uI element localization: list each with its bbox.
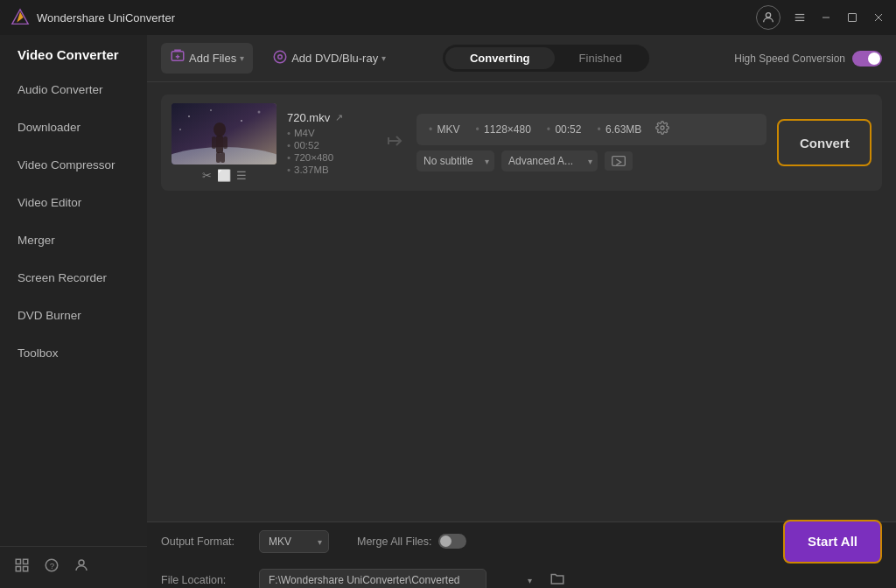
add-files-icon — [170, 48, 186, 68]
merge-toggle-group: Merge All Files: — [357, 534, 466, 549]
convert-arrow-icon — [385, 130, 406, 156]
output-info: • MKV • 1128×480 • 00:52 • 6.63MB — [416, 114, 766, 172]
add-dvd-label: Add DVD/Blu-ray — [291, 52, 378, 65]
svg-rect-28 — [216, 152, 220, 163]
add-files-label: Add Files — [189, 52, 236, 65]
sidebar: Video Converter Audio Converter Download… — [0, 35, 147, 588]
svg-point-30 — [188, 116, 190, 117]
svg-point-37 — [661, 126, 664, 130]
output-format: • MKV — [427, 123, 460, 136]
svg-text:?: ? — [50, 561, 55, 570]
svg-rect-7 — [849, 14, 857, 22]
main-layout: Video Converter Audio Converter Download… — [0, 35, 896, 588]
list-icon-btn[interactable]: ☰ — [236, 169, 247, 182]
format-dropdown[interactable]: MKV MP4 AVI MOV WMV — [259, 530, 329, 553]
svg-point-31 — [210, 109, 212, 111]
folder-browse-btn[interactable] — [550, 571, 565, 589]
crop-icon-btn[interactable]: ⬜ — [217, 169, 231, 182]
svg-rect-12 — [16, 567, 20, 571]
sidebar-item-video-editor[interactable]: Video Editor — [0, 184, 147, 221]
svg-point-16 — [79, 560, 84, 565]
output-resolution: • 1128×480 — [474, 123, 531, 136]
help-icon[interactable]: ? — [44, 557, 60, 578]
add-dvd-chevron-icon: ▾ — [382, 53, 386, 63]
output-bottom-row: No subtitle Advanced A... — [416, 150, 766, 172]
subtitle-dropdown-wrapper: No subtitle — [416, 150, 494, 172]
add-files-button[interactable]: Add Files ▾ — [161, 43, 253, 74]
sidebar-item-merger[interactable]: Merger — [0, 221, 147, 259]
speed-control: High Speed Conversion — [734, 51, 882, 66]
svg-point-24 — [214, 122, 226, 136]
svg-rect-10 — [16, 559, 20, 564]
merge-label: Merge All Files: — [357, 536, 431, 548]
file-list-area: ✂ ⬜ ☰ 720.mkv ↗ • M4V — [147, 82, 896, 522]
preview-btn[interactable] — [605, 151, 633, 171]
file-name-row: 720.mkv ↗ — [287, 111, 374, 124]
source-resolution: • 720×480 — [287, 152, 374, 163]
svg-rect-29 — [220, 152, 225, 163]
external-link-icon[interactable]: ↗ — [335, 112, 343, 123]
merge-toggle[interactable] — [438, 534, 466, 549]
output-format-label: Output Format: — [161, 536, 248, 548]
file-thumbnail: ✂ ⬜ ☰ — [172, 103, 276, 182]
cut-icon-btn[interactable]: ✂ — [202, 169, 212, 182]
sidebar-item-screen-recorder[interactable]: Screen Recorder — [0, 259, 147, 297]
location-dropdown[interactable]: F:\Wondershare UniConverter\Converted — [259, 569, 486, 589]
tab-switcher: Converting Finished — [443, 45, 649, 72]
output-top-row: • MKV • 1128×480 • 00:52 • 6.63MB — [416, 114, 766, 145]
convert-button[interactable]: Convert — [777, 119, 872, 166]
svg-rect-13 — [24, 567, 28, 571]
output-duration: • 00:52 — [545, 123, 582, 136]
output-settings-gear-btn[interactable] — [655, 121, 669, 138]
title-bar: Wondershare UniConverter — [0, 0, 896, 35]
title-bar-controls — [756, 5, 886, 30]
svg-rect-11 — [24, 559, 28, 564]
bottom-bar: Output Format: MKV MP4 AVI MOV WMV Merge… — [147, 522, 896, 588]
user-icon-btn[interactable] — [756, 5, 780, 30]
sidebar-item-audio-converter[interactable]: Audio Converter — [0, 71, 147, 108]
svg-point-20 — [274, 51, 286, 63]
location-dropdown-wrapper: F:\Wondershare UniConverter\Converted — [259, 569, 539, 589]
table-row: ✂ ⬜ ☰ 720.mkv ↗ • M4V — [161, 94, 882, 191]
library-icon[interactable] — [14, 557, 30, 578]
sidebar-item-downloader[interactable]: Downloader — [0, 108, 147, 146]
sidebar-item-toolbox[interactable]: Toolbox — [0, 334, 147, 372]
add-dvd-icon — [272, 49, 288, 67]
file-name: 720.mkv — [287, 111, 330, 124]
file-location-label: File Location: — [161, 574, 248, 586]
svg-rect-27 — [223, 136, 228, 149]
sidebar-item-dvd-burner[interactable]: DVD Burner — [0, 297, 147, 334]
format-dropdown-wrapper: MKV MP4 AVI MOV WMV — [259, 530, 329, 553]
tab-converting[interactable]: Converting — [445, 47, 555, 69]
profile-icon[interactable] — [74, 557, 89, 578]
svg-point-21 — [278, 55, 283, 60]
svg-point-33 — [258, 111, 261, 114]
sidebar-footer: ? — [0, 546, 147, 588]
file-info-left: 720.mkv ↗ • M4V • 00:52 • — [287, 111, 374, 175]
svg-rect-26 — [212, 136, 216, 149]
add-dvd-button[interactable]: Add DVD/Blu-ray ▾ — [263, 44, 395, 73]
source-format: • M4V — [287, 128, 374, 138]
advanced-dropdown-wrapper: Advanced A... — [501, 150, 598, 172]
speed-toggle[interactable] — [852, 51, 882, 66]
source-size: • 3.37MB — [287, 164, 374, 175]
close-btn[interactable] — [872, 10, 886, 24]
app-title: Wondershare UniConverter — [37, 11, 756, 24]
sidebar-item-video-compressor[interactable]: Video Compressor — [0, 146, 147, 184]
thumbnail-controls: ✂ ⬜ ☰ — [202, 169, 247, 182]
bottom-row-format: Output Format: MKV MP4 AVI MOV WMV Merge… — [161, 517, 882, 566]
advanced-dropdown[interactable]: Advanced A... — [501, 150, 598, 172]
app-logo-icon — [10, 8, 30, 27]
file-meta: • M4V • 00:52 • 720×480 • — [287, 128, 374, 175]
speed-label: High Speed Conversion — [734, 52, 845, 65]
menu-btn[interactable] — [793, 10, 807, 24]
minimize-btn[interactable] — [819, 10, 833, 24]
tab-finished[interactable]: Finished — [555, 47, 647, 69]
maximize-btn[interactable] — [845, 10, 859, 24]
content-area: Add Files ▾ Add DVD/Blu-ray ▾ Converting… — [147, 35, 896, 588]
thumbnail-image — [172, 103, 276, 164]
start-all-button[interactable]: Start All — [783, 520, 882, 564]
source-duration: • 00:52 — [287, 140, 374, 150]
toolbar: Add Files ▾ Add DVD/Blu-ray ▾ Converting… — [147, 35, 896, 82]
subtitle-dropdown[interactable]: No subtitle — [416, 150, 494, 172]
